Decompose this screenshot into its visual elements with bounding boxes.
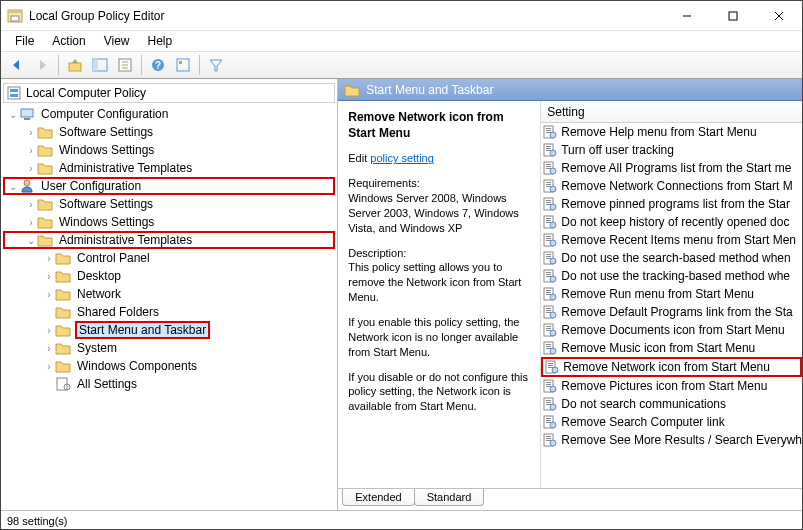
tree-root[interactable]: Local Computer Policy — [3, 83, 335, 103]
expand-icon[interactable]: › — [43, 343, 55, 354]
tab-extended[interactable]: Extended — [342, 489, 414, 506]
policy-icon — [543, 233, 557, 247]
list-item[interactable]: Do not use the tracking-based method whe — [541, 267, 802, 285]
back-button[interactable] — [5, 53, 29, 77]
tree-item[interactable]: ›Control Panel — [3, 249, 335, 267]
up-button[interactable] — [63, 53, 87, 77]
selected-setting-title: Remove Network icon from Start Menu — [348, 109, 530, 141]
expand-icon[interactable]: › — [25, 199, 37, 210]
folder-icon — [344, 82, 360, 98]
svg-rect-35 — [546, 166, 551, 167]
expand-icon[interactable]: › — [43, 289, 55, 300]
collapse-icon[interactable]: ⌄ — [7, 109, 19, 120]
policy-icon — [543, 305, 557, 319]
svg-rect-2 — [11, 16, 19, 21]
tree-item-admin-templates[interactable]: ⌄Administrative Templates — [3, 231, 335, 249]
list-item[interactable]: Remove Search Computer link — [541, 413, 802, 431]
tree-item-user-config[interactable]: ⌄User Configuration — [3, 177, 335, 195]
expand-icon[interactable]: › — [43, 325, 55, 336]
svg-point-97 — [550, 386, 556, 392]
tree-item[interactable]: ›Windows Settings — [3, 213, 335, 231]
export-button[interactable] — [113, 53, 137, 77]
list-item[interactable]: Remove Run menu from Start Menu — [541, 285, 802, 303]
tree-item[interactable]: Shared Folders — [3, 303, 335, 321]
list-item[interactable]: Remove See More Results / Search Everywh — [541, 431, 802, 449]
tab-standard[interactable]: Standard — [414, 489, 485, 506]
menu-view[interactable]: View — [96, 32, 138, 50]
list-item[interactable]: Remove Music icon from Start Menu — [541, 339, 802, 357]
expand-icon[interactable]: › — [43, 253, 55, 264]
list-item[interactable]: Turn off user tracking — [541, 141, 802, 159]
svg-rect-105 — [546, 420, 551, 421]
list-item[interactable]: Do not search communications — [541, 395, 802, 413]
expand-icon[interactable]: › — [25, 145, 37, 156]
list-item[interactable]: Remove All Programs list from the Start … — [541, 159, 802, 177]
svg-rect-50 — [546, 220, 551, 221]
forward-button[interactable] — [30, 53, 54, 77]
list-item[interactable]: Remove Network icon from Start Menu — [541, 357, 802, 377]
minimize-button[interactable] — [664, 1, 710, 31]
properties-button[interactable] — [171, 53, 195, 77]
help-button[interactable]: ? — [146, 53, 170, 77]
svg-point-42 — [550, 186, 556, 192]
svg-rect-85 — [546, 346, 551, 347]
tree-item[interactable]: ›Windows Components — [3, 357, 335, 375]
svg-rect-84 — [546, 344, 551, 345]
filter-button[interactable] — [204, 53, 228, 77]
menu-file[interactable]: File — [7, 32, 42, 50]
policy-setting-link[interactable]: policy setting — [370, 152, 434, 164]
list-item[interactable]: Remove Pictures icon from Start Menu — [541, 377, 802, 395]
policy-icon — [543, 341, 557, 355]
svg-rect-65 — [546, 274, 551, 275]
requirements-text: Windows Server 2008, Windows Server 2003… — [348, 191, 530, 236]
column-header-setting[interactable]: Setting — [541, 101, 802, 123]
svg-rect-89 — [548, 363, 553, 364]
expand-icon[interactable]: › — [25, 127, 37, 138]
collapse-icon[interactable]: ⌄ — [7, 181, 19, 192]
tree-item-computer-config[interactable]: ⌄Computer Configuration — [3, 105, 335, 123]
menu-help[interactable]: Help — [140, 32, 181, 50]
svg-rect-80 — [546, 328, 551, 329]
policy-icon — [543, 143, 557, 157]
tree-item[interactable]: ›Windows Settings — [3, 141, 335, 159]
svg-rect-4 — [729, 12, 737, 20]
expand-icon[interactable]: › — [25, 217, 37, 228]
right-header: Start Menu and Taskbar — [338, 79, 802, 101]
svg-point-27 — [550, 132, 556, 138]
tree-item[interactable]: ›Network — [3, 285, 335, 303]
list-item[interactable]: Remove pinned programs list from the Sta… — [541, 195, 802, 213]
list-item[interactable]: Do not use the search-based method when — [541, 249, 802, 267]
tree-item[interactable]: ›Software Settings — [3, 123, 335, 141]
tree-item[interactable]: ›Desktop — [3, 267, 335, 285]
collapse-icon[interactable]: ⌄ — [25, 235, 37, 246]
svg-point-20 — [24, 180, 30, 186]
content-area: Local Computer Policy ⌄Computer Configur… — [1, 79, 802, 510]
expand-icon[interactable]: › — [25, 163, 37, 174]
svg-rect-99 — [546, 400, 551, 401]
tree-item[interactable]: ›Software Settings — [3, 195, 335, 213]
list-item[interactable]: Remove Help menu from Start Menu — [541, 123, 802, 141]
policy-icon — [543, 433, 557, 447]
maximize-button[interactable] — [710, 1, 756, 31]
description-text: If you enable this policy setting, the N… — [348, 315, 530, 360]
menu-action[interactable]: Action — [44, 32, 93, 50]
tabs: Extended Standard — [338, 488, 802, 510]
svg-rect-25 — [546, 130, 551, 131]
list-item[interactable]: Remove Documents icon from Start Menu — [541, 321, 802, 339]
show-hide-tree-button[interactable] — [88, 53, 112, 77]
close-button[interactable] — [756, 1, 802, 31]
expand-icon[interactable]: › — [43, 271, 55, 282]
list-item[interactable]: Remove Default Programs link from the St… — [541, 303, 802, 321]
list-item[interactable]: Remove Network Connections from Start M — [541, 177, 802, 195]
tree-item[interactable]: ›Administrative Templates — [3, 159, 335, 177]
expand-icon[interactable]: › — [43, 361, 55, 372]
tree-item[interactable]: ›System — [3, 339, 335, 357]
svg-rect-18 — [21, 109, 33, 117]
list-item[interactable]: Do not keep history of recently opened d… — [541, 213, 802, 231]
svg-rect-110 — [546, 438, 551, 439]
svg-point-47 — [550, 204, 556, 210]
tree-item[interactable]: All Settings — [3, 375, 335, 393]
list-item[interactable]: Remove Recent Items menu from Start Men — [541, 231, 802, 249]
tree-item-start-menu[interactable]: ›Start Menu and Taskbar — [3, 321, 335, 339]
policy-icon — [543, 287, 557, 301]
